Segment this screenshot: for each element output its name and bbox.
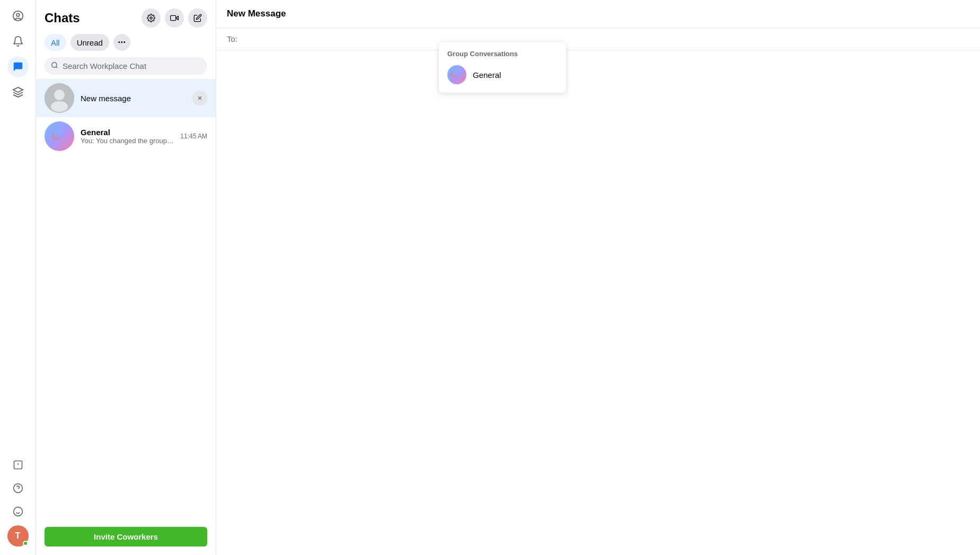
- sidebar-title: Chats: [45, 11, 80, 25]
- svg-rect-25: [454, 72, 460, 76]
- svg-line-14: [56, 67, 58, 68]
- emoji-icon-btn[interactable]: [8, 502, 28, 521]
- new-message-avatar: [45, 83, 74, 113]
- to-row: To:: [216, 28, 980, 50]
- svg-rect-12: [171, 15, 176, 20]
- settings-button[interactable]: [142, 8, 161, 28]
- chat-name: General: [81, 128, 174, 137]
- sidebar: Chats All Unread ···: [36, 0, 216, 555]
- nav-apps[interactable]: [7, 82, 29, 103]
- nav-notifications[interactable]: [7, 31, 29, 52]
- help-icon-btn[interactable]: [8, 479, 28, 498]
- close-new-message-button[interactable]: [192, 91, 207, 105]
- svg-point-10: [150, 17, 152, 19]
- nav-home[interactable]: [7, 5, 29, 27]
- online-status-dot: [23, 541, 28, 546]
- filter-tabs: All Unread ···: [36, 32, 216, 55]
- main-area: New Message To: Group Conversations Gene…: [216, 0, 980, 555]
- feedback-icon-btn[interactable]: [8, 455, 28, 474]
- to-input[interactable]: [242, 34, 969, 43]
- sidebar-header: Chats: [36, 0, 216, 32]
- chat-preview: You: You changed the group photo.: [81, 137, 174, 145]
- chat-item[interactable]: General You: You changed the group photo…: [36, 117, 216, 155]
- chat-time: 11:45 AM: [180, 133, 207, 140]
- dropdown-item-name: General: [473, 71, 501, 80]
- new-message-item[interactable]: New message: [36, 79, 216, 117]
- svg-point-1: [16, 13, 20, 16]
- svg-point-17: [51, 101, 68, 112]
- dropdown-section-title: Group Conversations: [439, 47, 566, 61]
- svg-rect-22: [56, 133, 63, 138]
- chat-info: General You: You changed the group photo…: [81, 128, 174, 145]
- header-icons: [142, 8, 207, 28]
- new-message-label: New message: [81, 94, 186, 103]
- dropdown-item-avatar: [447, 65, 466, 84]
- tab-unread[interactable]: Unread: [70, 34, 109, 51]
- invite-coworkers-button[interactable]: Invite Coworkers: [45, 527, 207, 547]
- search-bar[interactable]: Search Workplace Chat: [45, 57, 207, 75]
- group-chat-avatar: [45, 121, 74, 151]
- user-avatar[interactable]: T: [7, 525, 29, 547]
- new-message-header: New Message: [216, 0, 980, 28]
- to-label: To:: [227, 34, 237, 43]
- tab-all[interactable]: All: [45, 34, 66, 51]
- svg-point-13: [52, 63, 57, 67]
- dropdown-item-general[interactable]: General: [439, 61, 566, 89]
- video-call-button[interactable]: [165, 8, 184, 28]
- left-nav: T: [0, 0, 36, 555]
- nav-chat[interactable]: [7, 56, 29, 77]
- more-options-button[interactable]: ···: [113, 34, 130, 51]
- svg-point-16: [54, 90, 65, 100]
- compose-button[interactable]: [188, 8, 207, 28]
- svg-marker-11: [176, 16, 179, 20]
- svg-point-7: [13, 507, 22, 516]
- recipient-dropdown: Group Conversations General: [439, 42, 566, 93]
- nav-bottom: T: [7, 455, 29, 547]
- search-placeholder: Search Workplace Chat: [63, 61, 146, 71]
- search-icon: [51, 61, 58, 71]
